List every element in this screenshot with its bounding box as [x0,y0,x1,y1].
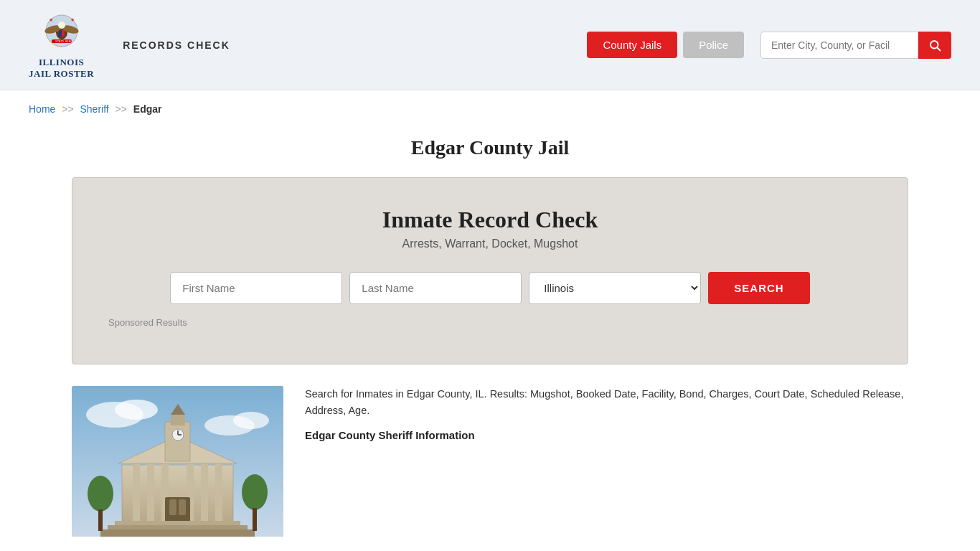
svg-rect-37 [100,529,255,537]
sponsored-label: Sponsored Results [108,317,872,328]
svg-rect-32 [165,497,190,522]
svg-rect-36 [108,525,248,529]
svg-rect-24 [215,461,222,522]
bottom-content: Search for Inmates in Edgar County, IL. … [0,386,980,551]
search-fields-row: AlabamaAlaskaArizonaArkansasCaliforniaCo… [108,272,872,304]
header-search-button[interactable] [918,32,951,59]
courthouse-image [72,386,283,537]
breadcrumb-home[interactable]: Home [29,103,55,115]
svg-rect-6 [59,30,62,37]
breadcrumb-sheriff[interactable]: Sheriff [80,103,109,115]
svg-rect-35 [115,521,240,525]
header-search-input[interactable] [760,32,918,59]
page-title-section: Edgar County Jail [0,122,980,177]
svg-point-38 [88,476,113,512]
search-icon [928,39,941,52]
site-header: ★ ★ STATE SEAL ILLINOISJAIL ROSTER RECOR… [0,0,980,90]
svg-rect-33 [169,499,176,515]
svg-rect-26 [165,422,190,461]
svg-rect-27 [171,415,185,425]
svg-text:STATE SEAL: STATE SEAL [55,39,72,43]
svg-rect-19 [133,461,140,522]
breadcrumb-sep-1: >> [62,103,73,115]
records-check-label: RECORDS CHECK [123,39,230,51]
svg-text:★: ★ [70,17,75,23]
page-title: Edgar County Jail [29,136,951,159]
svg-rect-41 [253,508,257,531]
illinois-seal-icon: ★ ★ STATE SEAL [40,11,83,54]
svg-text:★: ★ [49,17,53,23]
svg-rect-39 [98,509,103,531]
search-panel-title: Inmate Record Check [108,207,872,233]
svg-rect-23 [201,461,208,522]
search-panel-subtitle: Arrests, Warrant, Docket, Mugshot [108,237,872,250]
svg-line-12 [938,47,941,50]
description-intro: Search for Inmates in Edgar County, IL. … [305,386,908,419]
svg-rect-20 [147,461,154,522]
state-select[interactable]: AlabamaAlaskaArizonaArkansasCaliforniaCo… [529,272,701,304]
svg-rect-34 [179,499,186,515]
svg-point-15 [115,400,158,420]
police-button[interactable]: Police [683,32,744,58]
last-name-input[interactable] [349,272,522,304]
courthouse-svg [72,386,283,537]
inmate-search-button[interactable]: SEARCH [708,272,809,304]
site-logo[interactable]: ★ ★ STATE SEAL ILLINOISJAIL ROSTER [29,11,94,79]
svg-point-40 [242,474,268,510]
logo-text: ILLINOISJAIL ROSTER [29,57,94,79]
description-sub-heading: Edgar County Sheriff Information [305,427,908,444]
inmate-search-panel: Inmate Record Check Arrests, Warrant, Do… [72,177,908,364]
svg-point-17 [233,412,269,429]
svg-point-4 [58,22,65,29]
description-section: Search for Inmates in Edgar County, IL. … [305,386,908,537]
first-name-input[interactable] [170,272,342,304]
breadcrumb-current: Edgar [133,103,162,115]
breadcrumb-sep-2: >> [116,103,127,115]
svg-point-11 [930,41,938,49]
breadcrumb: Home >> Sheriff >> Edgar [29,103,951,115]
header-search-bar [760,32,951,59]
county-jails-button[interactable]: County Jails [587,32,677,58]
breadcrumb-bar: Home >> Sheriff >> Edgar [0,90,980,122]
main-nav: County Jails Police [587,32,951,59]
